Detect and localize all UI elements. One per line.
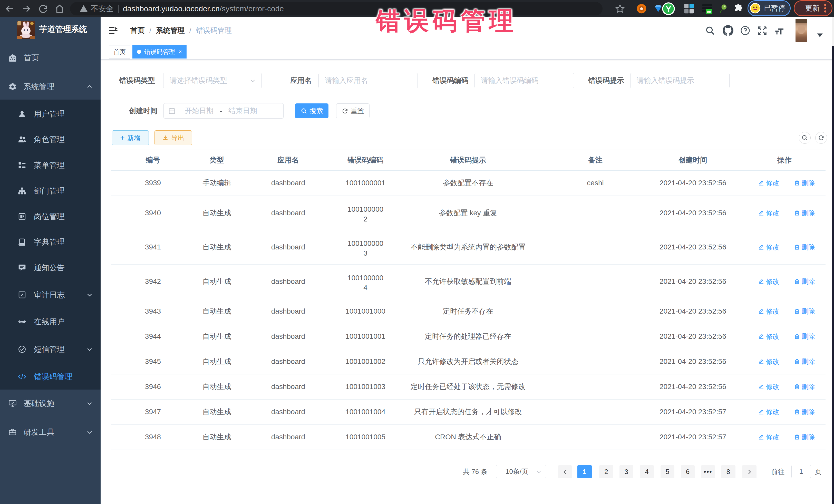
svg-text:on: on: [707, 10, 711, 14]
